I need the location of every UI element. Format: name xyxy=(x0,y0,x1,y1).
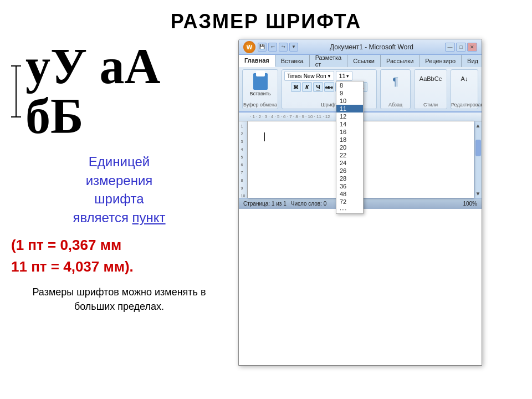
font-group: Times New Roman ▼ 11 ▼ xyxy=(282,69,377,109)
formula-line2: 11 пт = 4,037 мм). xyxy=(11,256,227,278)
tab-view[interactable]: Вид xyxy=(462,55,482,67)
window-title: Документ1 - Microsoft Word xyxy=(298,43,445,51)
font-row1: Times New Roman ▼ 11 ▼ xyxy=(284,71,374,81)
bold-button[interactable]: Ж xyxy=(291,82,301,92)
page-title: РАЗМЕР ШРИФТА xyxy=(0,10,532,33)
styles-group: AaBbCc Стили xyxy=(414,69,447,109)
qa-undo[interactable]: ↩ xyxy=(268,43,277,52)
font-name-text: Times New Roman xyxy=(287,73,326,79)
tab-refs[interactable]: Ссылки xyxy=(347,55,381,67)
left-panel: уУ аА бБ Единицей измерения шрифта являе… xyxy=(11,39,227,314)
size-48[interactable]: 48 xyxy=(336,190,363,198)
close-button[interactable]: ✕ xyxy=(467,43,477,52)
size-28[interactable]: 28 xyxy=(336,175,363,182)
tab-mailings[interactable]: Рассылки xyxy=(381,55,420,67)
italic-button[interactable]: К xyxy=(302,82,312,92)
tab-review[interactable]: Рецензиро xyxy=(420,55,462,67)
status-left: Страница: 1 из 1 Число слов: 0 xyxy=(243,201,326,207)
size-14[interactable]: 14 xyxy=(336,120,363,128)
content-row: уУ аА бБ Единицей измерения шрифта являе… xyxy=(0,39,532,399)
font-size-value: 11 xyxy=(339,73,345,79)
text-cursor xyxy=(264,132,265,141)
size-26[interactable]: 26 xyxy=(336,167,363,175)
size-36[interactable]: 36 xyxy=(336,182,363,190)
font-size-container: 11 ▼ 8 9 10 11 12 xyxy=(336,71,352,81)
tab-home[interactable]: Главная xyxy=(239,55,275,67)
right-panel: W 💾 ↩ ↪ ▼ Документ1 - Microsoft Word — □… xyxy=(238,39,521,366)
status-right: 100% xyxy=(463,201,477,207)
maximize-button[interactable]: □ xyxy=(456,43,466,52)
paste-label: Вставить xyxy=(249,91,270,96)
ribbon: Главная Вставка Разметка ст Ссылки Рассы… xyxy=(239,55,482,112)
font-size-dropdown: 8 9 10 11 12 14 16 18 20 xyxy=(336,81,364,214)
styles-preview: AaBbCc xyxy=(420,75,442,82)
info-text: Размеры шрифтов можно изменять в больших… xyxy=(11,285,227,313)
font-size-dropdown-icon: ▼ xyxy=(346,74,350,78)
scroll-down-btn[interactable]: ▼ xyxy=(475,191,481,197)
bracket-line xyxy=(16,66,17,116)
font-name-box[interactable]: Times New Roman ▼ xyxy=(284,71,334,81)
tab-layout[interactable]: Разметка ст xyxy=(310,55,348,67)
qa-more[interactable]: ▼ xyxy=(289,43,298,52)
minimize-button[interactable]: — xyxy=(445,43,455,52)
ribbon-tabs: Главная Вставка Разметка ст Ссылки Рассы… xyxy=(239,55,482,67)
underline-button[interactable]: Ч xyxy=(313,82,323,92)
desc-line1: Единицей xyxy=(89,154,150,169)
scroll-up-btn[interactable]: ▲ xyxy=(475,122,481,129)
size-22[interactable]: 22 xyxy=(336,151,363,159)
size-more[interactable]: ···· xyxy=(336,206,363,213)
size-bracket xyxy=(11,65,21,117)
size-20[interactable]: 20 xyxy=(336,144,363,151)
desc-pre: является xyxy=(73,210,132,225)
letter-display: уУ аА бБ xyxy=(11,42,227,141)
title-bar: W 💾 ↩ ↪ ▼ Документ1 - Microsoft Word — □… xyxy=(239,39,482,55)
size-10[interactable]: 10 xyxy=(336,97,363,105)
formula-line1: (1 пт = 0,367 мм xyxy=(11,234,227,256)
bracket-bottom xyxy=(11,116,21,117)
clipboard-group: Вставить Буфер обмена xyxy=(242,69,278,109)
zoom-level: 100% xyxy=(463,201,477,207)
font-name-dropdown-icon: ▼ xyxy=(327,74,331,79)
strikethrough-button[interactable]: abe xyxy=(324,82,334,92)
size-72[interactable]: 72 xyxy=(336,198,363,206)
font-size-box[interactable]: 11 ▼ xyxy=(336,71,352,81)
para-group-label: Абзац xyxy=(381,102,410,108)
size-8[interactable]: 8 xyxy=(336,81,363,89)
title-bar-left: W 💾 ↩ ↪ ▼ xyxy=(243,41,298,53)
word-count: Число слов: 0 xyxy=(291,201,326,207)
ribbon-content: Вставить Буфер обмена Times New Roman ▼ xyxy=(239,67,482,111)
editing-preview: A↓ xyxy=(461,75,468,82)
editing-group-label: Редактирование xyxy=(451,102,478,108)
size-11[interactable]: 11 xyxy=(336,105,363,112)
paste-icon xyxy=(253,73,268,90)
scrollbar-thumb[interactable] xyxy=(475,140,481,156)
scrollbar-vertical[interactable]: ▲ ▼ xyxy=(474,121,482,198)
formula-text: (1 пт = 0,367 мм 11 пт = 4,037 мм). xyxy=(11,234,227,278)
desc-line3: шрифта xyxy=(94,191,144,206)
window-controls: — □ ✕ xyxy=(445,43,477,52)
tab-insert[interactable]: Вставка xyxy=(275,55,310,67)
paste-button[interactable]: Вставить xyxy=(249,73,270,96)
ruler-numbers: · 1 · 2 · 3 · 4 · 5 · 6 · 7 · 8 · 9 · 10… xyxy=(250,114,330,119)
clipboard-label: Буфер обмена xyxy=(243,102,278,108)
paragraph-group: ¶ Абзац xyxy=(380,69,411,109)
editing-group: A↓ Редактирование xyxy=(451,69,478,109)
page: РАЗМЕР ШРИФТА уУ аА бБ Единицей измерени… xyxy=(0,0,532,399)
quick-access: 💾 ↩ ↪ ▼ xyxy=(258,43,298,52)
size-18[interactable]: 18 xyxy=(336,136,363,144)
office-button[interactable]: W xyxy=(243,41,255,53)
letters-text: уУ аА бБ xyxy=(25,42,227,141)
desc-line2: измерения xyxy=(86,173,153,188)
description-text: Единицей измерения шрифта является пункт xyxy=(11,152,227,227)
ruler-vertical: 12345678910 xyxy=(239,121,248,198)
paragraph-icon: ¶ xyxy=(392,75,398,88)
size-16[interactable]: 16 xyxy=(336,128,363,136)
qa-save[interactable]: 💾 xyxy=(258,43,267,52)
qa-redo[interactable]: ↪ xyxy=(279,43,288,52)
word-window: W 💾 ↩ ↪ ▼ Документ1 - Microsoft Word — □… xyxy=(238,39,482,366)
size-12[interactable]: 12 xyxy=(336,112,363,120)
ruler-v-nums: 12345678910 xyxy=(241,124,245,198)
size-24[interactable]: 24 xyxy=(336,159,363,167)
size-9[interactable]: 9 xyxy=(336,89,363,97)
page-count: Страница: 1 из 1 xyxy=(243,201,287,207)
